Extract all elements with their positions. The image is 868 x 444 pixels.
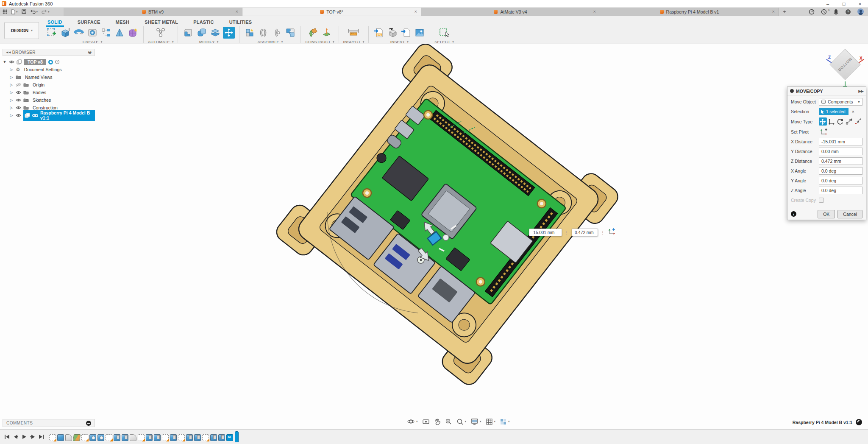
fit-icon[interactable]: ▾ bbox=[455, 417, 468, 426]
expand-icon[interactable]: ▼ bbox=[3, 60, 7, 64]
step-forward-button[interactable] bbox=[30, 434, 35, 439]
timeline-feature-cut[interactable] bbox=[146, 434, 153, 441]
z-angle-input[interactable]: 0.0 deg bbox=[819, 187, 862, 194]
timeline-feature-hole[interactable] bbox=[89, 434, 96, 441]
doc-tab-atmate[interactable]: AtMate V3 v4 × bbox=[421, 8, 600, 16]
insert-design-icon[interactable] bbox=[400, 27, 412, 39]
expand-icon[interactable]: ▷ bbox=[9, 106, 14, 110]
timeline-feature-hole[interactable] bbox=[97, 434, 104, 441]
viewports-icon[interactable]: ▾ bbox=[499, 418, 511, 426]
app-grid-icon[interactable] bbox=[3, 9, 7, 14]
timeline-feature-cut[interactable] bbox=[210, 434, 217, 441]
timeline-feature-cut[interactable] bbox=[122, 434, 128, 441]
draft-icon[interactable] bbox=[114, 27, 125, 39]
extrude-icon[interactable] bbox=[59, 27, 71, 39]
activate-component-radio[interactable] bbox=[55, 60, 59, 64]
doc-tab-top-v8[interactable]: TOP v8* × bbox=[242, 8, 421, 16]
eye-icon[interactable] bbox=[16, 113, 21, 117]
y-distance-input[interactable]: 0.00 mm bbox=[819, 148, 862, 155]
timeline-feature-plane[interactable] bbox=[73, 434, 81, 441]
y-angle-input[interactable]: 0.0 deg bbox=[819, 177, 862, 184]
timeline-feature-link-selected[interactable] bbox=[226, 434, 233, 441]
browser-item-bodies[interactable]: ▷ Bodies bbox=[3, 89, 95, 96]
x-distance-floating-input[interactable]: -15.001 mm bbox=[529, 229, 562, 236]
viewport-3d-scene[interactable] bbox=[0, 44, 868, 429]
timeline-feature-cut[interactable] bbox=[218, 434, 225, 441]
move-object-dropdown[interactable]: Components ▼ bbox=[819, 98, 862, 106]
browser-item-named-views[interactable]: ▷ Named Views bbox=[3, 73, 95, 81]
automate-group-label[interactable]: AUTOMATE▾ bbox=[148, 39, 173, 44]
viewport-3d[interactable]: ◄◄ BROWSER ⊖ ▼ TOP v8 ▷ ⚙ Document Setti… bbox=[0, 44, 868, 429]
drag-handle-icon[interactable]: ⋮ bbox=[565, 230, 569, 235]
eye-off-icon[interactable] bbox=[16, 83, 21, 87]
automate-icon[interactable] bbox=[155, 27, 167, 39]
as-built-joint-icon[interactable] bbox=[271, 27, 283, 39]
help-icon[interactable]: ? bbox=[845, 9, 851, 15]
ribbon-tab-surface[interactable]: SURFACE bbox=[76, 19, 102, 27]
ribbon-tab-plastic[interactable]: PLASTIC bbox=[192, 19, 215, 27]
eye-icon[interactable] bbox=[16, 106, 21, 110]
select-icon[interactable] bbox=[438, 27, 450, 39]
redo-icon[interactable]: ▾ bbox=[42, 9, 50, 14]
raspberry-pi-board-model[interactable] bbox=[321, 95, 567, 337]
eye-icon[interactable] bbox=[16, 90, 21, 95]
modify-group-label[interactable]: MODIFY▾ bbox=[199, 39, 218, 44]
play-button[interactable] bbox=[22, 434, 27, 439]
timeline-feature-sketch[interactable] bbox=[49, 434, 56, 441]
move-type-point-to-position[interactable] bbox=[854, 117, 862, 126]
construct-axis-icon[interactable] bbox=[321, 27, 333, 39]
step-back-button[interactable] bbox=[13, 434, 18, 439]
expand-icon[interactable]: ▷ bbox=[9, 83, 14, 87]
create-copy-checkbox[interactable] bbox=[819, 198, 824, 203]
panel-options-icon[interactable]: ⊖ bbox=[88, 50, 92, 55]
new-component-icon[interactable] bbox=[244, 27, 256, 39]
shell-icon[interactable] bbox=[209, 27, 221, 39]
notifications-bell-icon[interactable] bbox=[833, 9, 839, 15]
browser-item-document-settings[interactable]: ▷ ⚙ Document Settings bbox=[3, 66, 95, 73]
timeline-feature-cut[interactable] bbox=[154, 434, 161, 441]
combine-icon[interactable] bbox=[196, 27, 208, 39]
new-tab-button[interactable]: + bbox=[779, 8, 790, 16]
press-pull-icon[interactable] bbox=[182, 27, 194, 39]
timeline-feature-cut[interactable] bbox=[170, 434, 177, 441]
revolve-icon[interactable] bbox=[73, 27, 85, 39]
pattern-icon[interactable] bbox=[100, 27, 112, 39]
doc-tab-raspberry-pi[interactable]: Raspberry Pi 4 Model B v1 × bbox=[600, 8, 779, 16]
expand-icon[interactable]: ▷ bbox=[9, 90, 14, 95]
derive-icon[interactable] bbox=[387, 27, 398, 39]
display-settings-icon[interactable]: ▾ bbox=[470, 418, 483, 426]
inspect-group-label[interactable]: INSPECT▾ bbox=[343, 39, 364, 44]
timeline-feature-cut[interactable] bbox=[186, 434, 193, 441]
insert-svg-icon[interactable]: SVG bbox=[373, 27, 385, 39]
create-sketch-icon[interactable] bbox=[46, 27, 58, 39]
doc-tab-btm-v9[interactable]: BTM v9 × bbox=[64, 8, 242, 16]
joint-icon[interactable] bbox=[257, 27, 269, 39]
zoom-icon[interactable] bbox=[444, 417, 453, 426]
ribbon-tab-sheet-metal[interactable]: SHEET METAL bbox=[143, 19, 180, 27]
x-angle-input[interactable]: 0.0 deg bbox=[819, 167, 862, 175]
browser-root-component[interactable]: ▼ TOP v8 bbox=[3, 58, 95, 66]
dialog-title-bar[interactable]: MOVE/COPY ▶▶ bbox=[787, 87, 866, 95]
close-tab-icon[interactable]: × bbox=[593, 9, 596, 14]
minimize-button[interactable]: – bbox=[820, 0, 836, 8]
snap-fit-icon[interactable] bbox=[284, 27, 296, 39]
eye-icon[interactable] bbox=[9, 60, 14, 64]
move-type-rotate[interactable] bbox=[836, 117, 844, 126]
close-button[interactable]: × bbox=[852, 0, 868, 8]
grid-settings-icon[interactable]: ▾ bbox=[485, 418, 497, 426]
timeline-feature-sketch[interactable] bbox=[178, 434, 185, 441]
save-icon[interactable] bbox=[22, 9, 26, 14]
in-canvas-render-icon[interactable] bbox=[856, 419, 862, 425]
timeline-feature-sketch[interactable] bbox=[202, 434, 209, 441]
expand-icon[interactable]: ▷ bbox=[9, 67, 14, 72]
orbit-icon[interactable]: ▾ bbox=[406, 417, 419, 426]
clear-selection-icon[interactable]: × bbox=[852, 109, 854, 114]
expand-icon[interactable]: ▷ bbox=[9, 98, 14, 102]
insert-group-label[interactable]: INSERT▾ bbox=[390, 39, 409, 44]
expand-icon[interactable]: ▷ bbox=[9, 113, 14, 117]
browser-panel-header[interactable]: ◄◄ BROWSER ⊖ bbox=[3, 49, 95, 56]
timeline-feature-sketch[interactable] bbox=[106, 434, 112, 441]
measure-icon[interactable] bbox=[348, 27, 359, 39]
move-type-free-move[interactable] bbox=[819, 117, 827, 126]
timeline-feature-sketch[interactable] bbox=[138, 434, 145, 441]
